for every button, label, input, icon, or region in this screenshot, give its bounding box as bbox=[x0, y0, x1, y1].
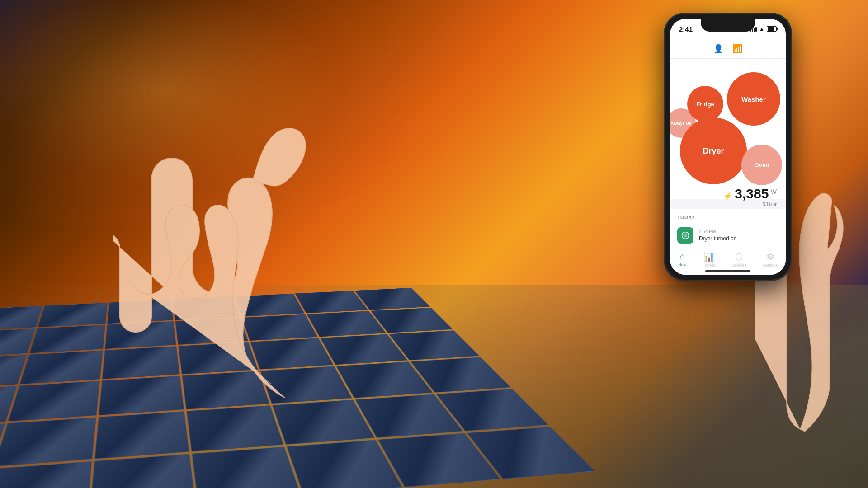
phone-notch bbox=[701, 19, 755, 32]
signal-bar-3 bbox=[754, 28, 755, 32]
nav-icon-now: ⌂ bbox=[679, 251, 685, 262]
status-time: 2:41 bbox=[679, 25, 693, 33]
power-value: 3,385 bbox=[735, 186, 769, 201]
bubble-chart-area: Always On Fridge Dryer Washer Oven bbox=[670, 59, 786, 199]
phone-frame: 2:41 ▲ 👤 📶 bbox=[665, 14, 791, 280]
panel-cell bbox=[8, 381, 99, 422]
panel-cell bbox=[0, 328, 36, 358]
bolt-icon: ⚡ bbox=[724, 192, 733, 200]
battery-icon bbox=[767, 26, 777, 32]
panel-cell bbox=[89, 454, 196, 488]
activity-text-dryer: Dryer turned on bbox=[699, 235, 736, 242]
bubble-washer[interactable]: Washer bbox=[727, 72, 780, 126]
nav-label-settings: Settings bbox=[763, 263, 778, 267]
app-header: 👤 📶 bbox=[670, 39, 786, 59]
activity-icon-dryer bbox=[677, 227, 693, 244]
profile-icon[interactable]: 👤 bbox=[713, 44, 723, 54]
power-rate: 53¢/hr bbox=[724, 202, 777, 207]
nav-item-settings[interactable]: ⚙ Settings bbox=[763, 251, 778, 267]
activity-item-dryer[interactable]: 5:54 PM Dryer turned on bbox=[670, 223, 786, 248]
panel-cell bbox=[0, 417, 96, 467]
nav-label-now: Now bbox=[678, 263, 686, 267]
nav-item-trends[interactable]: 📊 Trends bbox=[703, 251, 716, 267]
activity-content-dryer: 5:54 PM Dryer turned on bbox=[699, 229, 778, 242]
nav-item-devices[interactable]: ⬡ Devices bbox=[732, 251, 746, 267]
signal-bar-4 bbox=[755, 27, 757, 32]
power-unit: W bbox=[771, 188, 777, 195]
bubble-oven[interactable]: Oven bbox=[741, 145, 782, 185]
panel-cell bbox=[19, 350, 103, 384]
panel-cell bbox=[192, 447, 301, 488]
nav-item-now[interactable]: ⌂ Now bbox=[678, 251, 686, 267]
phone-screen: 2:41 ▲ 👤 📶 bbox=[670, 19, 786, 275]
activity-time-dryer: 5:54 PM bbox=[699, 229, 778, 234]
panel-cell bbox=[38, 303, 108, 328]
panel-cell bbox=[0, 306, 43, 331]
today-label: TODAY bbox=[670, 209, 786, 223]
power-reading: ⚡ 3,385 W 53¢/hr bbox=[724, 186, 777, 207]
battery-fill bbox=[768, 27, 774, 31]
today-section: TODAY 5:54 PM Dryer turned on bbox=[670, 209, 786, 248]
home-indicator bbox=[705, 270, 750, 272]
wifi-icon: ▲ bbox=[759, 26, 764, 32]
pointing-hand bbox=[113, 90, 452, 443]
nav-icon-trends: 📊 bbox=[703, 251, 715, 262]
nav-icon-devices: ⬡ bbox=[735, 251, 743, 262]
bubble-fridge[interactable]: Fridge bbox=[687, 86, 723, 122]
panel-cell bbox=[29, 325, 105, 354]
bubble-dryer[interactable]: Dryer bbox=[680, 117, 747, 184]
nav-icon-settings: ⚙ bbox=[766, 251, 774, 262]
nav-label-trends: Trends bbox=[703, 263, 716, 267]
nav-label-devices: Devices bbox=[732, 263, 746, 267]
signal-bar-2 bbox=[752, 29, 753, 32]
status-icons: ▲ bbox=[750, 26, 777, 32]
graph-icon[interactable]: 📶 bbox=[732, 44, 742, 54]
phone-device: 2:41 ▲ 👤 📶 bbox=[665, 14, 791, 280]
svg-point-1 bbox=[684, 234, 687, 237]
panel-cell bbox=[0, 461, 92, 488]
